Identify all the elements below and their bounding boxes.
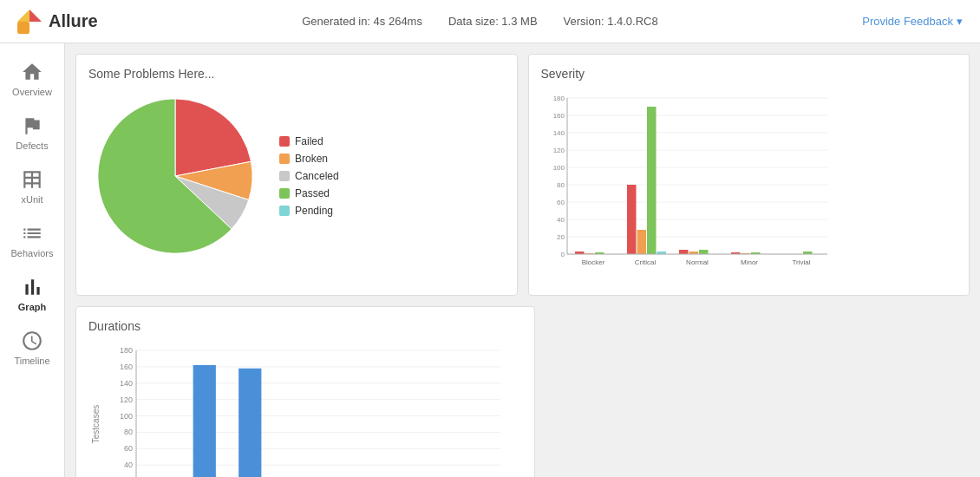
durations-bar-chart: 02040608010012014016018001s2s3s4s5s6s7sT… bbox=[88, 342, 513, 477]
svg-text:100: 100 bbox=[552, 164, 565, 172]
svg-text:140: 140 bbox=[120, 379, 133, 388]
main-content: Some Problems Here... Failed Broken bbox=[65, 43, 980, 477]
legend-dot-pending bbox=[279, 206, 290, 216]
svg-text:160: 160 bbox=[552, 112, 565, 120]
header: Allure Generated in: 4s 264ms Data size:… bbox=[0, 0, 980, 43]
svg-text:Minor: Minor bbox=[740, 258, 757, 266]
sidebar-item-defects[interactable]: Defects bbox=[0, 106, 64, 160]
legend-dot-failed bbox=[279, 136, 290, 147]
sidebar-label-graph: Graph bbox=[18, 302, 46, 312]
svg-rect-65 bbox=[238, 369, 261, 477]
svg-text:40: 40 bbox=[557, 216, 565, 224]
svg-text:80: 80 bbox=[557, 181, 565, 189]
sidebar-label-behaviors: Behaviors bbox=[11, 248, 54, 258]
svg-text:Blocker: Blocker bbox=[581, 258, 604, 266]
svg-text:Trivial: Trivial bbox=[792, 258, 810, 266]
problems-card: Some Problems Here... Failed Broken bbox=[75, 54, 518, 296]
svg-text:20: 20 bbox=[557, 233, 565, 241]
logo-icon bbox=[17, 10, 42, 34]
layout: Overview Defects xUnit Behaviors bbox=[0, 43, 980, 477]
svg-rect-34 bbox=[699, 250, 709, 254]
durations-title: Durations bbox=[88, 319, 522, 333]
legend-dot-broken bbox=[279, 154, 290, 164]
logo-text: Allure bbox=[49, 11, 98, 31]
svg-text:120: 120 bbox=[120, 395, 133, 404]
sidebar-item-timeline[interactable]: Timeline bbox=[0, 321, 64, 375]
severity-title: Severity bbox=[541, 67, 957, 81]
svg-marker-2 bbox=[17, 10, 29, 22]
bottom-cards-row: Durations 02040608010012014016018001s2s3… bbox=[75, 306, 970, 477]
list-icon bbox=[21, 222, 43, 245]
pie-chart bbox=[88, 89, 262, 263]
svg-rect-0 bbox=[17, 22, 29, 34]
legend-passed: Passed bbox=[279, 187, 339, 199]
dropdown-icon: ▾ bbox=[957, 15, 963, 28]
sidebar-item-xunit[interactable]: xUnit bbox=[0, 160, 64, 213]
svg-text:140: 140 bbox=[552, 129, 565, 137]
svg-rect-29 bbox=[647, 107, 657, 254]
sidebar-item-graph[interactable]: Graph bbox=[0, 267, 64, 321]
svg-rect-28 bbox=[637, 230, 646, 254]
problems-title: Some Problems Here... bbox=[88, 67, 505, 81]
legend-canceled: Canceled bbox=[279, 170, 339, 182]
legend-label-canceled: Canceled bbox=[295, 170, 339, 182]
sidebar-item-behaviors[interactable]: Behaviors bbox=[0, 213, 64, 267]
generated-in: Generated in: 4s 264ms bbox=[302, 15, 422, 28]
svg-text:100: 100 bbox=[120, 412, 133, 421]
legend-label-pending: Pending bbox=[295, 205, 333, 217]
svg-text:40: 40 bbox=[124, 461, 133, 469]
legend-dot-canceled bbox=[279, 171, 290, 181]
svg-text:60: 60 bbox=[557, 199, 565, 206]
legend-label-passed: Passed bbox=[295, 187, 330, 199]
sidebar-label-defects: Defects bbox=[16, 140, 48, 151]
sidebar-label-timeline: Timeline bbox=[14, 356, 49, 366]
svg-text:Critical: Critical bbox=[634, 258, 656, 266]
clock-icon bbox=[21, 330, 43, 352]
legend-failed: Failed bbox=[279, 135, 339, 147]
version: Version: 1.4.0.RC8 bbox=[564, 15, 658, 28]
svg-rect-27 bbox=[627, 185, 637, 254]
svg-text:180: 180 bbox=[120, 346, 133, 355]
legend-dot-passed bbox=[279, 188, 290, 199]
svg-marker-1 bbox=[29, 10, 42, 22]
table-icon bbox=[21, 168, 43, 191]
flag-icon bbox=[21, 114, 43, 137]
header-info: Generated in: 4s 264ms Data size: 1.3 MB… bbox=[98, 15, 863, 28]
sidebar-item-overview[interactable]: Overview bbox=[0, 52, 64, 106]
data-size: Data size: 1.3 MB bbox=[448, 15, 538, 28]
bar-chart-icon bbox=[21, 276, 43, 298]
durations-card: Durations 02040608010012014016018001s2s3… bbox=[75, 306, 535, 477]
pie-legend: Failed Broken Canceled Passed bbox=[279, 135, 339, 217]
svg-text:180: 180 bbox=[552, 95, 565, 102]
legend-label-failed: Failed bbox=[295, 135, 323, 147]
logo: Allure bbox=[17, 10, 98, 34]
svg-text:60: 60 bbox=[124, 444, 133, 453]
severity-bar-chart: 020406080100120140160180BlockerCriticalN… bbox=[541, 89, 836, 280]
svg-rect-32 bbox=[679, 250, 689, 254]
svg-text:Normal: Normal bbox=[686, 258, 709, 266]
provide-feedback-button[interactable]: Provide Feedback ▾ bbox=[862, 15, 963, 28]
legend-label-broken: Broken bbox=[295, 153, 328, 165]
top-cards-row: Some Problems Here... Failed Broken bbox=[75, 54, 970, 296]
sidebar: Overview Defects xUnit Behaviors bbox=[0, 43, 65, 477]
svg-text:80: 80 bbox=[124, 428, 133, 436]
svg-text:0: 0 bbox=[560, 251, 565, 258]
svg-text:Testcases: Testcases bbox=[91, 405, 101, 443]
severity-card: Severity 020406080100120140160180Blocker… bbox=[528, 54, 970, 296]
durations-chart: 02040608010012014016018001s2s3s4s5s6s7sT… bbox=[88, 342, 522, 477]
sidebar-label-overview: Overview bbox=[12, 87, 52, 97]
severity-chart: 020406080100120140160180BlockerCriticalN… bbox=[541, 89, 957, 283]
svg-text:160: 160 bbox=[120, 363, 133, 371]
svg-text:120: 120 bbox=[552, 147, 565, 154]
svg-rect-64 bbox=[193, 365, 216, 477]
legend-broken: Broken bbox=[279, 153, 339, 165]
legend-pending: Pending bbox=[279, 205, 339, 217]
home-icon bbox=[21, 61, 43, 83]
pie-content: Failed Broken Canceled Passed bbox=[88, 89, 505, 263]
sidebar-label-xunit: xUnit bbox=[21, 194, 42, 205]
